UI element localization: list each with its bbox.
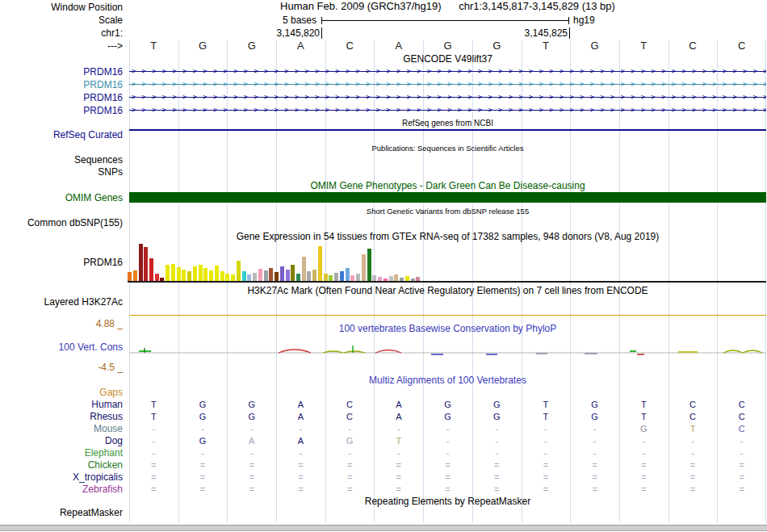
gtex-bar[interactable]: [193, 266, 197, 281]
alignment-base: =: [291, 459, 309, 471]
refseq-gene-line[interactable]: [129, 129, 766, 131]
gtex-bar[interactable]: [362, 254, 366, 281]
gtex-bar[interactable]: [171, 264, 175, 281]
gtex-bar[interactable]: [264, 270, 268, 281]
gtex-bar[interactable]: [334, 273, 338, 281]
gtex-bar[interactable]: [149, 258, 153, 281]
bottom-scroll-bar[interactable]: [0, 525, 767, 531]
gtex-bar[interactable]: [199, 265, 203, 281]
gtex-bar[interactable]: [329, 275, 333, 281]
gtex-bar[interactable]: [253, 273, 257, 281]
gtex-bar[interactable]: [242, 271, 246, 281]
gtex-bar[interactable]: [340, 271, 344, 281]
gtex-bar[interactable]: [291, 265, 295, 281]
alignment-base: =: [733, 471, 751, 484]
alignment-base: C: [733, 423, 751, 435]
gencode-transcript[interactable]: >>>>>>>>>>>>>>>>>>>>>>>>>>>>>>>>>>>>>>>>…: [129, 66, 766, 77]
multiz-row-mouse[interactable]: ----------GTC: [129, 423, 766, 435]
multiz-row-x_tropicalis[interactable]: =============: [129, 471, 766, 484]
gtex-bar[interactable]: [247, 274, 251, 281]
gtex-bar[interactable]: [296, 274, 300, 281]
sequences-label: Sequences: [0, 154, 123, 165]
gencode-track-title[interactable]: GENCODE V49lift37: [129, 53, 766, 65]
gtex-bar[interactable]: [215, 266, 219, 281]
repeatmasker-track-title[interactable]: Repeating Elements by RepeatMasker: [129, 496, 766, 507]
h3k27ac-baseline: [129, 315, 766, 316]
multiz-row-zebrafish[interactable]: =============: [129, 484, 766, 496]
gtex-bar[interactable]: [394, 274, 398, 281]
gtex-bar[interactable]: [350, 275, 354, 281]
species-label-chicken: Chicken: [0, 459, 123, 471]
gtex-bar[interactable]: [356, 274, 360, 281]
gtex-track-title[interactable]: Gene Expression in 54 tissues from GTEx …: [129, 231, 766, 242]
gtex-bar[interactable]: [182, 270, 186, 281]
multiz-row-chicken[interactable]: =============: [129, 459, 766, 471]
alignment-base: A: [291, 399, 309, 411]
multiz-row-human[interactable]: TGGACAGGTGTCC: [129, 399, 766, 411]
alignment-base: -: [537, 447, 555, 459]
species-label-dog: Dog: [0, 435, 123, 446]
gencode-transcript[interactable]: >>>>>>>>>>>>>>>>>>>>>>>>>>>>>>>>>>>>>>>>…: [129, 105, 766, 115]
multiz-row-elephant[interactable]: -------------: [129, 447, 766, 459]
reference-sequence-track[interactable]: TGGACAGGTGTCC: [129, 40, 766, 52]
gtex-bar[interactable]: [318, 246, 322, 281]
gtex-bar[interactable]: [237, 261, 241, 281]
gtex-expression-chart[interactable]: [128, 242, 423, 281]
alignment-base: -: [291, 423, 309, 435]
gtex-bar[interactable]: [128, 272, 132, 281]
alignment-base: -: [586, 423, 604, 435]
gtex-bar[interactable]: [269, 268, 273, 281]
multiz-row-dog[interactable]: -GAAGT-------: [129, 435, 766, 447]
refseq-track-title[interactable]: RefSeq genes from NCBI: [129, 118, 766, 129]
alignment-base: C: [684, 399, 702, 411]
gtex-bar[interactable]: [166, 265, 170, 281]
gtex-bar[interactable]: [307, 271, 311, 281]
gtex-bar[interactable]: [187, 271, 191, 281]
gtex-bar[interactable]: [324, 274, 328, 281]
omim-track-title[interactable]: OMIM Gene Phenotypes - Dark Green Can Be…: [129, 180, 766, 191]
alignment-base: A: [390, 399, 408, 411]
omim-gene-bar[interactable]: [129, 192, 766, 203]
gtex-bar[interactable]: [155, 274, 159, 281]
alignment-base: =: [488, 459, 505, 471]
dbsnp-track-title[interactable]: Short Genetic Variants from dbSNP releas…: [129, 206, 766, 217]
gtex-bar[interactable]: [133, 270, 137, 281]
alignment-base: =: [243, 471, 261, 484]
alignment-base: =: [586, 484, 604, 496]
publications-track-title[interactable]: Publications: Sequences in Scientific Ar…: [129, 143, 766, 154]
conservation-title[interactable]: 100 vertebrates Basewise Conservation by…: [129, 323, 766, 334]
gtex-bar[interactable]: [258, 269, 262, 281]
h3k27ac-track-title[interactable]: H3K27Ac Mark (Often Found Near Active Re…: [129, 285, 766, 296]
gtex-bar[interactable]: [302, 257, 306, 281]
multiz-title[interactable]: Multiz Alignments of 100 Vertebrates: [129, 375, 766, 386]
gtex-bar[interactable]: [275, 272, 279, 281]
gtex-bar[interactable]: [280, 266, 284, 281]
gtex-bar[interactable]: [144, 247, 148, 281]
conservation-track[interactable]: [129, 335, 766, 371]
gtex-bar[interactable]: [177, 267, 181, 281]
alignment-base: =: [194, 459, 212, 471]
gtex-bar[interactable]: [139, 244, 143, 281]
alignment-base: G: [194, 435, 212, 447]
gtex-bar[interactable]: [220, 271, 224, 281]
gtex-bar[interactable]: [372, 275, 376, 281]
gtex-bar[interactable]: [209, 270, 213, 281]
species-label-mouse: Mouse: [0, 423, 123, 434]
multiz-row-gaps[interactable]: [129, 387, 766, 399]
alignment-base: -: [341, 423, 358, 435]
multiz-row-rhesus[interactable]: TGGACAGGTGTCC: [129, 411, 766, 423]
alignment-base: -: [537, 423, 555, 435]
gtex-bar[interactable]: [367, 249, 371, 281]
gtex-bar[interactable]: [225, 274, 229, 281]
assembly-label: hg19: [573, 15, 595, 26]
gtex-bar[interactable]: [203, 268, 207, 281]
gtex-bar[interactable]: [312, 270, 316, 281]
gencode-transcript[interactable]: >>>>>>>>>>>>>>>>>>>>>>>>>>>>>>>>>>>>>>>>…: [129, 92, 766, 103]
gtex-bar[interactable]: [286, 270, 290, 281]
alignment-base: C: [341, 411, 358, 423]
gtex-bar[interactable]: [346, 268, 350, 281]
alignment-base: =: [635, 471, 652, 484]
gtex-bar[interactable]: [231, 274, 235, 281]
gencode-transcript[interactable]: >>>>>>>>>>>>>>>>>>>>>>>>>>>>>>>>>>>>>>>>…: [129, 79, 766, 90]
ucsc-genome-browser: Window Position Human Feb. 2009 (GRCh37/…: [0, 0, 767, 532]
